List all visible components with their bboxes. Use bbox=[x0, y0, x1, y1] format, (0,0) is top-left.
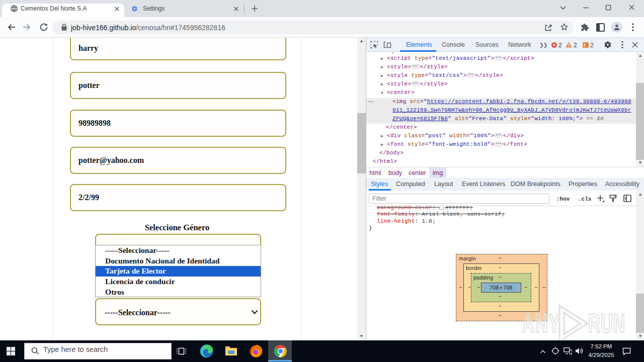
svg-text:ANY: ANY bbox=[522, 309, 561, 338]
svg-text:RUN: RUN bbox=[588, 308, 625, 337]
